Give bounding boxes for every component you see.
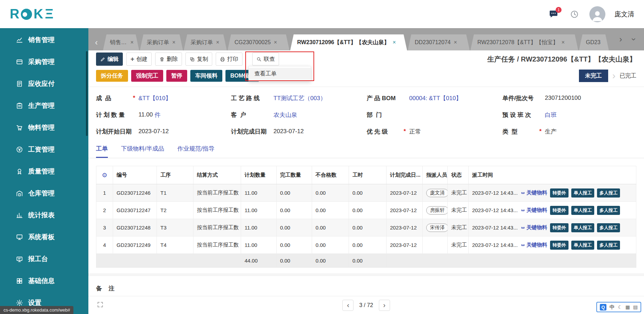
printer-icon	[220, 57, 225, 62]
close-icon[interactable]: ×	[562, 39, 565, 46]
sidebar-item-dashboard[interactable]: 系统看板	[0, 226, 88, 248]
close-icon[interactable]: ×	[274, 39, 277, 46]
status-finished[interactable]: 已完工	[620, 72, 636, 80]
key-material-link[interactable]: 关键物料	[520, 242, 547, 248]
transfer-outsource-button[interactable]: 转委外	[550, 241, 569, 250]
sidebar-item-sales[interactable]: 销售管理	[0, 29, 88, 51]
close-icon[interactable]: ×	[172, 39, 175, 46]
route-link[interactable]: TT测试工艺（003）	[273, 94, 326, 102]
subtab-sub-materials[interactable]: 下级物料/半成品	[121, 145, 164, 158]
avatar[interactable]	[589, 6, 605, 22]
delete-button[interactable]: 删除	[155, 53, 182, 66]
fullscreen-button[interactable]	[97, 301, 104, 309]
history-button[interactable]	[569, 8, 580, 20]
transfer-outsource-button[interactable]: 转委外	[550, 223, 569, 232]
sidebar-item-reports[interactable]: 统计报表	[0, 204, 88, 226]
tab-purchase-order-1[interactable]: 采购订单 ×	[140, 34, 183, 50]
shift-link[interactable]: 白班	[545, 111, 557, 119]
close-icon[interactable]: ×	[130, 39, 134, 46]
link-query-label: 联查	[264, 56, 275, 63]
pause-button[interactable]: 暂停	[166, 70, 187, 82]
split-task-button[interactable]: 拆分任务	[96, 70, 128, 82]
sidebar-item-salary[interactable]: 工资管理	[0, 138, 88, 160]
field-department: 部 门	[367, 111, 502, 119]
dispatch-time: 2023-07-12 14:43...	[472, 242, 518, 248]
print-button[interactable]: 打印	[216, 53, 243, 66]
trash-icon	[159, 57, 165, 62]
sidebar-item-workstation[interactable]: 报工台	[0, 248, 88, 270]
sidebar-item-warehouse[interactable]: 仓库管理	[0, 182, 88, 204]
force-finish-button[interactable]: 强制完工	[131, 70, 163, 82]
key-material-link[interactable]: 关键物料	[520, 224, 547, 231]
sidebar-scrollbar-thumb[interactable]	[86, 51, 88, 136]
close-icon[interactable]: ×	[454, 39, 457, 46]
product-link[interactable]: &TT【010】	[138, 94, 171, 102]
sidebar-item-payables[interactable]: 应收应付	[0, 73, 88, 95]
tab-purchase-order-2[interactable]: 采购订单 ×	[184, 34, 227, 50]
multi-report-button[interactable]: 多人报工	[597, 206, 620, 215]
bom-link[interactable]: 00004: &TT【010】	[409, 94, 462, 102]
tab-list-dropdown-icon[interactable]: ›	[623, 33, 644, 46]
sidebar-item-production[interactable]: 生产管理	[0, 95, 88, 116]
create-button[interactable]: + 创建	[126, 53, 152, 66]
ime-logo-icon[interactable]: Q	[600, 304, 606, 311]
row-index: 4	[96, 236, 113, 254]
single-report-button[interactable]: 单人报工	[571, 241, 594, 250]
prev-page-button[interactable]: ‹	[342, 300, 353, 311]
edit-button[interactable]: 编辑	[96, 53, 123, 66]
ime-panel-icon[interactable]: ▤	[633, 304, 638, 310]
tab-gd23-truncated[interactable]: GD23	[579, 34, 609, 50]
cell-method: 按当前工序报工数	[193, 236, 241, 254]
view-workorder-menu-item[interactable]: 查看工单	[249, 68, 311, 80]
workshop-picking-button[interactable]: 车间领料	[190, 70, 222, 82]
transfer-outsource-button[interactable]: 转委外	[550, 206, 569, 215]
close-icon[interactable]: ×	[393, 39, 396, 46]
copy-button[interactable]: 复制	[185, 53, 212, 66]
field-plan-finish: 计划完成日期 2023-07-12	[231, 127, 367, 136]
sidebar-item-label: 采购管理	[28, 57, 55, 66]
dispatch-time: 2023-07-12 14:43...	[472, 207, 518, 213]
customer-link[interactable]: 农夫山泉	[273, 111, 297, 119]
key-material-link[interactable]: 关键物料	[520, 190, 547, 196]
field-product-bom: 产 品 BOM 00004: &TT【010】	[367, 94, 502, 102]
field-shift: 预 设 班 次 白班	[502, 111, 636, 119]
link-query-button[interactable]: 联查	[252, 53, 279, 66]
messages-button[interactable]: 1	[548, 8, 559, 20]
next-page-button[interactable]: ›	[379, 300, 390, 311]
multi-report-button[interactable]: 多人报工	[597, 188, 620, 198]
sidebar-item-baseinfo[interactable]: 基础信息	[0, 270, 88, 292]
ime-moon-icon[interactable]: ☾	[618, 304, 622, 310]
row-index: 3	[96, 219, 113, 236]
username[interactable]: 庞文清	[614, 10, 634, 19]
key-material-link[interactable]: 关键物料	[520, 207, 547, 214]
multi-report-button[interactable]: 多人报工	[597, 241, 620, 250]
tab-rw230712078[interactable]: RW230712078【&TT】【怡宝】 ×	[470, 34, 578, 50]
tab-sales-order[interactable]: 销售订单 ×	[103, 34, 139, 50]
ime-language-toggle[interactable]: 中	[610, 304, 615, 311]
tab-label: RW230712078【&TT】【怡宝】	[477, 39, 558, 46]
tab-dd230712074[interactable]: DD230712074 ×	[408, 34, 470, 50]
single-report-button[interactable]: 单人报工	[571, 206, 594, 215]
single-report-button[interactable]: 单人报工	[571, 223, 594, 232]
single-report-button[interactable]: 单人报工	[571, 188, 594, 198]
ime-keyboard-icon[interactable]: ▦	[626, 304, 630, 310]
transfer-outsource-button[interactable]: 转委外	[550, 188, 569, 198]
tab-cg230700025[interactable]: CG230700025 ×	[228, 34, 289, 50]
sidebar-item-material[interactable]: 物料管理	[0, 116, 88, 138]
sidebar-item-quality[interactable]: 质量管理	[0, 160, 88, 182]
column-settings-gear-icon[interactable]: ⚙	[102, 172, 107, 179]
subtab-work-instructions[interactable]: 作业规范/指导	[177, 145, 215, 158]
multi-report-button[interactable]: 多人报工	[597, 223, 620, 232]
tab-scroll-left-icon[interactable]: ‹	[90, 34, 103, 50]
status-unfinished[interactable]: 未完工	[579, 70, 608, 82]
subtab-workorders[interactable]: 工单	[96, 145, 108, 158]
close-icon[interactable]: ×	[216, 39, 219, 46]
edit-label: 编辑	[108, 56, 119, 63]
unit-link[interactable]: 件	[154, 111, 160, 119]
key-material-label: 关键物料	[526, 207, 547, 214]
col-defect-qty: 不合格数	[312, 166, 349, 184]
tab-rw230712096-active[interactable]: RW230712096【&TT】【农夫山泉】 ×	[290, 34, 407, 50]
cell-process: T1	[157, 184, 193, 202]
sidebar-item-purchase[interactable]: 采购管理	[0, 51, 88, 73]
tab-label: 采购订单	[147, 39, 169, 46]
